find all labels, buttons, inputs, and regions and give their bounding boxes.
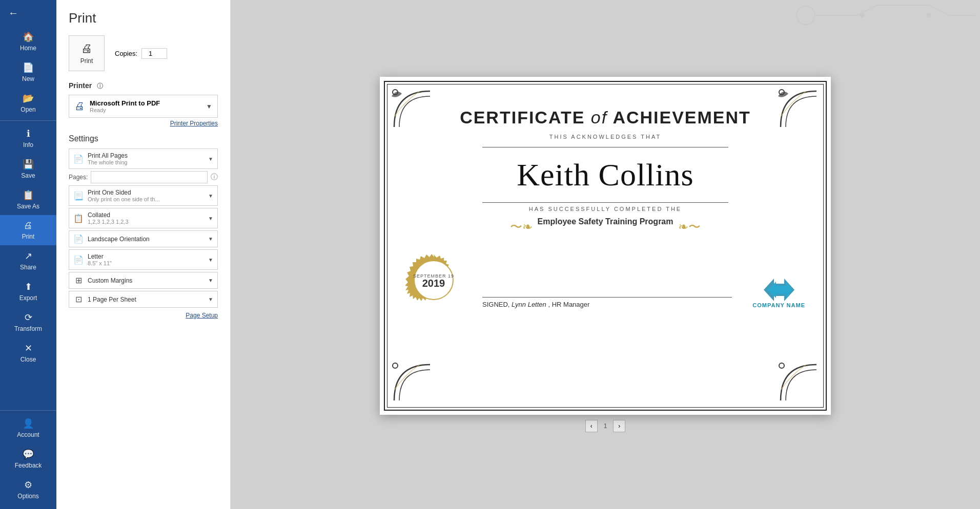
cert-program: Employee Safety Training Program: [538, 217, 673, 226]
collation-setting[interactable]: 📋 Collated 1,2,3 1,2,3 1,2,3 ▼: [69, 208, 218, 228]
cert-divider-top: [482, 147, 728, 147]
preview-navigation: ‹ 1 ›: [585, 420, 626, 432]
signed-title: , HR Manager: [548, 301, 589, 308]
print-controls-row: 🖨 Print Copies:: [69, 35, 218, 71]
sides-setting[interactable]: 📃 Print One Sided Only print on one side…: [69, 185, 218, 206]
close-icon: ✕: [25, 343, 32, 354]
options-icon: ⚙: [24, 479, 32, 491]
printer-info-icon[interactable]: ⓘ: [97, 82, 103, 90]
cert-title: CERTIFICATE of ACHIEVEMENT: [460, 108, 751, 128]
cert-logo: COMPANY NAME: [752, 279, 805, 308]
svg-line-4: [929, 5, 949, 15]
orientation-setting[interactable]: 📄 Landscape Orientation ▼: [69, 230, 218, 247]
print-range-text: Print All Pages The whole thing: [88, 152, 204, 165]
sidebar-item-new[interactable]: 📄 New: [0, 57, 56, 88]
share-icon: ↗: [25, 250, 32, 262]
svg-point-11: [779, 363, 784, 368]
sidebar: ← 🏠 Home 📄 New 📂 Open ℹ Info 💾 Save 📋 Sa…: [0, 0, 56, 509]
next-page-button[interactable]: ›: [613, 420, 625, 432]
copies-row: Copies:: [115, 48, 167, 59]
orientation-icon: 📄: [73, 234, 84, 244]
open-icon: 📂: [23, 93, 34, 104]
page-setup-link[interactable]: Page Setup: [69, 312, 218, 319]
sidebar-item-label: Export: [19, 294, 37, 302]
pages-input[interactable]: [91, 171, 208, 183]
cert-content: CERTIFICATE of ACHIEVEMENT THIS ACKNOWLE…: [405, 108, 805, 308]
sidebar-item-label: Info: [23, 141, 33, 149]
svg-point-10: [393, 363, 398, 368]
printer-properties-link[interactable]: Printer Properties: [69, 120, 218, 127]
sidebar-item-feedback[interactable]: 💬 Feedback: [0, 443, 56, 474]
deco-left: 〜❧: [510, 219, 533, 235]
margins-setting[interactable]: ⊞ Custom Margins ▼: [69, 272, 218, 289]
sidebar-divider-2: [0, 410, 56, 411]
printer-selector[interactable]: 🖨 Microsoft Print to PDF Ready ▼: [69, 95, 218, 118]
sidebar-item-label: Transform: [14, 325, 42, 332]
margins-arrow: ▼: [208, 278, 213, 283]
sides-arrow: ▼: [208, 193, 213, 199]
svg-point-0: [797, 6, 815, 25]
sidebar-item-info[interactable]: ℹ Info: [0, 123, 56, 154]
printer-name: Microsoft Print to PDF: [90, 99, 160, 107]
sidebar-item-transform[interactable]: ⟳ Transform: [0, 307, 56, 337]
signed-label: SIGNED,: [482, 301, 509, 308]
info-icon: ℹ: [27, 128, 30, 139]
sides-sub: Only print on one side of th...: [88, 196, 204, 202]
sidebar-item-export[interactable]: ⬆ Export: [0, 276, 56, 307]
sidebar-item-label: Options: [17, 493, 38, 500]
back-button[interactable]: ←: [0, 0, 56, 26]
print-range-sub: The whole thing: [88, 159, 204, 165]
deco-right: ❧〜: [678, 219, 701, 235]
cert-corner-br: [775, 354, 822, 406]
feedback-icon: 💬: [23, 449, 34, 460]
cert-corner-bl: [389, 354, 435, 406]
pages-per-sheet-icon: ⊡: [73, 294, 84, 304]
page-number: 1: [604, 422, 607, 430]
pages-row: Pages: ⓘ: [69, 171, 218, 183]
sidebar-item-home[interactable]: 🏠 Home: [0, 26, 56, 57]
sidebar-item-account[interactable]: 👤 Account: [0, 413, 56, 443]
sidebar-item-share[interactable]: ↗ Share: [0, 245, 56, 276]
prev-page-button[interactable]: ‹: [585, 420, 598, 432]
cert-divider-bottom: [482, 202, 728, 203]
margins-main: Custom Margins: [88, 277, 204, 284]
pages-info-icon[interactable]: ⓘ: [211, 173, 218, 182]
margins-icon: ⊞: [73, 275, 84, 285]
collation-main: Collated: [88, 211, 204, 219]
paper-arrow: ▼: [208, 257, 213, 263]
collation-sub: 1,2,3 1,2,3 1,2,3: [88, 219, 204, 225]
sidebar-item-label: Print: [22, 233, 35, 240]
sidebar-item-open[interactable]: 📂 Open: [0, 88, 56, 118]
sidebar-item-label: Save: [21, 172, 35, 179]
margins-text: Custom Margins: [88, 277, 204, 284]
sides-main: Print One Sided: [88, 189, 204, 196]
paper-setting[interactable]: 📄 Letter 8.5" x 11" ▼: [69, 249, 218, 270]
pages-per-sheet-setting[interactable]: ⊡ 1 Page Per Sheet ▼: [69, 291, 218, 308]
print-range-icon: 📄: [73, 154, 84, 164]
cert-sign-area: SIGNED, Lynn Letten , HR Manager: [462, 297, 752, 308]
pages-per-sheet-text: 1 Page Per Sheet: [88, 296, 204, 303]
signed-name: Lynn Letten: [512, 301, 546, 308]
save-as-icon: 📋: [23, 189, 34, 201]
print-button[interactable]: 🖨 Print: [69, 35, 105, 71]
sidebar-item-options[interactable]: ⚙ Options: [0, 474, 56, 505]
svg-line-2: [857, 5, 877, 15]
paper-main: Letter: [88, 253, 204, 260]
sidebar-item-print[interactable]: 🖨 Print: [0, 215, 56, 245]
sidebar-item-save[interactable]: 💾 Save: [0, 154, 56, 184]
cert-recipient-name: Keith Collins: [517, 157, 693, 193]
print-range-setting[interactable]: 📄 Print All Pages The whole thing ▼: [69, 149, 218, 169]
printer-device-icon: 🖨: [74, 100, 85, 112]
certificate-preview: CERTIFICATE of ACHIEVEMENT THIS ACKNOWLE…: [380, 77, 831, 415]
sidebar-item-label: Save As: [17, 203, 39, 210]
cert-decorative-row: 〜❧ Employee Safety Training Program ❧〜: [510, 217, 701, 237]
copies-input[interactable]: [141, 48, 167, 59]
sidebar-item-label: Feedback: [15, 462, 42, 469]
sidebar-item-close[interactable]: ✕ Close: [0, 337, 56, 368]
printer-section-label: Printer ⓘ: [69, 81, 218, 91]
paper-icon: 📄: [73, 255, 84, 265]
orientation-text: Landscape Orientation: [88, 236, 204, 243]
sidebar-item-save-as[interactable]: 📋 Save As: [0, 184, 56, 215]
sides-text: Print One Sided Only print on one side o…: [88, 189, 204, 202]
save-icon: 💾: [23, 159, 34, 170]
